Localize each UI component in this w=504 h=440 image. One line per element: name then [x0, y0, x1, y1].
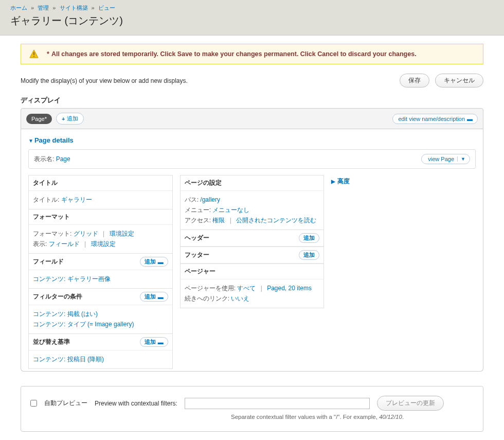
advanced-toggle[interactable]: ▶高度 [331, 178, 350, 185]
sort-add-button[interactable]: 追加▬ [140, 337, 168, 347]
help-text: Modify the display(s) of your view below… [21, 77, 188, 84]
format-settings[interactable]: 環境設定 [110, 230, 134, 237]
dropdown-icon: ▬ [158, 259, 164, 265]
edit-view-name-label: edit view name/description [398, 116, 465, 122]
caret-down-icon: ▼ [457, 156, 465, 162]
view-page-label: view Page [428, 156, 454, 162]
display-name-value[interactable]: Page [56, 155, 70, 163]
page-title: ギャラリー (コンテンツ) [10, 14, 494, 28]
bucket-pagesettings-head: ページの設定 [185, 179, 222, 187]
add-display-button[interactable]: + 追加 [56, 113, 84, 125]
breadcrumb-structure[interactable]: サイト構築 [60, 5, 88, 11]
bucket-header-head: ヘッダー [185, 234, 209, 242]
show-value[interactable]: フィールド [49, 240, 80, 248]
breadcrumb-home[interactable]: ホーム [10, 5, 27, 11]
bucket-format: フォーマット フォーマット: グリッド | 環境設定 表示: フィールド | [28, 209, 173, 254]
breadcrumb-sep: » [92, 5, 95, 11]
save-button[interactable]: 保存 [400, 74, 429, 87]
page-details-toggle[interactable]: ▼Page details [28, 136, 476, 144]
caret-down-icon: ▼ [28, 138, 33, 144]
warning-text: All changes are stored temporarily. Clic… [51, 50, 417, 58]
bucket-filters: フィルターの条件 追加▬ コンテンツ: 掲載 (はい) コンテンツ: タイプ (… [28, 288, 173, 334]
path-value[interactable]: /gallery [200, 196, 220, 203]
access-label: アクセス: [185, 217, 211, 224]
view-page-button[interactable]: view Page ▼ [421, 154, 470, 164]
add-display-label: 追加 [67, 115, 78, 122]
auto-preview-label: 自動プレビュー [44, 399, 87, 408]
pager-use-extra[interactable]: Paged, 20 items [267, 285, 312, 292]
access-extra[interactable]: 公開されたコンテンツを読む [236, 217, 316, 224]
edit-view-name-button[interactable]: edit view name/description ▬ [392, 114, 478, 124]
bucket-footer: フッター 追加 [180, 247, 325, 264]
dropdown-icon: ▬ [158, 294, 164, 300]
format-value[interactable]: グリッド [74, 230, 98, 237]
preview-box: 自動プレビュー Preview with contextual filters:… [21, 386, 483, 432]
bucket-page-settings: ページの設定 パス: /gallery メニュー: メニューなし アクセス: 権… [180, 175, 325, 230]
filters-add-button[interactable]: 追加▬ [140, 292, 168, 302]
displays-heading: ディスプレイ [21, 96, 483, 105]
show-settings[interactable]: 環境設定 [91, 240, 116, 248]
svg-rect-2 [33, 56, 34, 57]
displays-tabs: Page* + 追加 edit view name/description ▬ [21, 108, 483, 129]
auto-preview-checkbox[interactable] [30, 400, 37, 407]
bucket-title-head: タイトル [33, 179, 58, 187]
breadcrumb-admin[interactable]: 管理 [38, 5, 49, 11]
fields-add-button[interactable]: 追加▬ [140, 257, 168, 267]
sort-item[interactable]: コンテンツ: 投稿日 (降順) [33, 356, 104, 363]
bucket-sort: 並び替え基準 追加▬ コンテンツ: 投稿日 (降順) [28, 333, 173, 369]
footer-add-button[interactable]: 追加 [299, 250, 319, 260]
plus-icon: + [62, 116, 65, 122]
display-name-row: 表示名: Page view Page ▼ [28, 149, 476, 169]
filter-item[interactable]: コンテンツ: 掲載 (はい) [33, 310, 98, 318]
menu-value[interactable]: メニューなし [212, 206, 249, 214]
access-value[interactable]: 権限 [212, 217, 225, 224]
preview-label: Preview with contextual filters: [95, 400, 177, 407]
path-label: パス: [185, 196, 199, 203]
format-label: フォーマット: [33, 230, 71, 237]
cancel-button[interactable]: キャンセル [435, 74, 483, 87]
pager-more-value[interactable]: いいえ [231, 295, 249, 302]
bucket-pager-head: ページャー [185, 267, 215, 276]
update-preview-button[interactable]: プレビューの更新 [377, 396, 444, 411]
title-value[interactable]: ギャラリー [61, 196, 92, 203]
field-item[interactable]: コンテンツ: ギャラリー画像 [33, 275, 111, 283]
bucket-format-head: フォーマット [33, 213, 70, 221]
pager-use-value[interactable]: すべて [237, 285, 256, 292]
display-name-label: 表示名: [34, 155, 54, 163]
breadcrumb: ホーム » 管理 » サイト構築 » ビュー [10, 4, 494, 12]
title-label: タイトル: [33, 196, 59, 203]
bucket-pager: ページャー ページャーを使用: すべて | Paged, 20 items 続き… [180, 263, 325, 308]
dropdown-icon: ▬ [467, 116, 472, 122]
advanced-label: 高度 [337, 178, 350, 185]
warning-icon [29, 49, 39, 59]
header-add-button[interactable]: 追加 [299, 233, 319, 243]
pager-more-label: 続きへのリンク: [185, 295, 229, 302]
bucket-footer-head: フッター [185, 251, 209, 259]
breadcrumb-views[interactable]: ビュー [98, 5, 115, 11]
contextual-filters-input[interactable] [185, 398, 370, 409]
page-details-label: Page details [34, 136, 74, 144]
dropdown-icon: ▬ [158, 339, 164, 345]
show-label: 表示: [33, 240, 47, 248]
breadcrumb-sep: » [52, 5, 56, 11]
bucket-fields-head: フィールド [33, 257, 64, 266]
bucket-filters-head: フィルターの条件 [33, 292, 82, 301]
bucket-sort-head: 並び替え基準 [33, 338, 70, 346]
caret-right-icon: ▶ [331, 179, 335, 184]
admin-header: ホーム » 管理 » サイト構築 » ビュー ギャラリー (コンテンツ) [0, 0, 504, 36]
bucket-header: ヘッダー 追加 [180, 230, 325, 247]
bucket-fields: フィールド 追加▬ コンテンツ: ギャラリー画像 [28, 253, 173, 289]
tab-page[interactable]: Page* [26, 114, 52, 124]
warning-message: *All changes are stored temporarily. Cli… [21, 44, 483, 64]
filter-item[interactable]: コンテンツ: タイプ (= Image gallery) [33, 321, 134, 328]
pager-use-label: ページャーを使用: [185, 285, 236, 292]
svg-rect-1 [33, 52, 34, 55]
menu-label: メニュー: [185, 206, 211, 214]
bucket-title: タイトル タイトル: ギャラリー [28, 175, 173, 209]
preview-help: Separate contextual filter values with a… [231, 414, 474, 420]
breadcrumb-sep: » [31, 5, 34, 11]
